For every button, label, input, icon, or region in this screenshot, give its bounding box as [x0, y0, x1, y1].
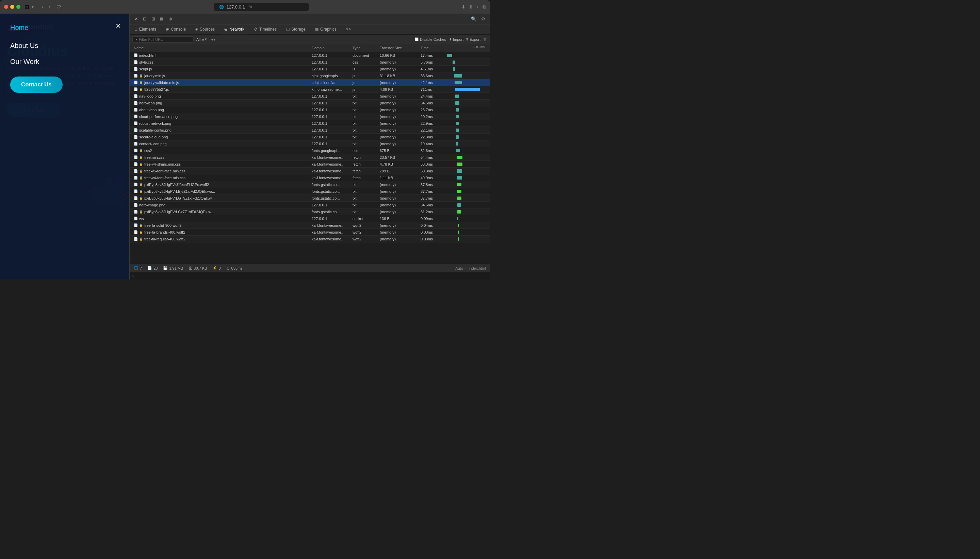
- file-name: pxiByp8kv8JHgFVrLGT9Z1xlFd2JQEk.w...: [144, 196, 215, 200]
- cell-type: txt: [351, 182, 378, 187]
- table-row[interactable]: 📄🔒pxiByp8kv8JHgFVrLEj6Z1xlFd2JQEk.wo...f…: [129, 188, 490, 195]
- filter-input[interactable]: ● Filter Full URL: [133, 36, 194, 43]
- cell-time: 32.6ms: [419, 148, 446, 153]
- disable-caches-checkbox[interactable]: [415, 37, 418, 41]
- table-row[interactable]: 📄nav-logo.png127.0.0.1txt(memory)24.4ms: [129, 93, 490, 99]
- table-row[interactable]: 📄about-icon.png127.0.0.1txt(memory)23.7m…: [129, 106, 490, 113]
- maximize-button[interactable]: [17, 5, 20, 9]
- filter-options-icon[interactable]: ●●: [211, 37, 216, 41]
- tab-elements[interactable]: ◻ Elements: [129, 25, 161, 34]
- dock-left-icon[interactable]: ⊡: [141, 15, 149, 23]
- cell-waterfall: [446, 60, 487, 65]
- nav-about-link[interactable]: About Us: [10, 42, 119, 50]
- table-row[interactable]: 📄ws127.0.0.1socket136 B0.09ms: [129, 215, 490, 222]
- tab-network[interactable]: ◎ Network: [219, 25, 249, 34]
- file-name: contact-icon.png: [139, 142, 167, 146]
- table-row[interactable]: 📄🔒css2fonts.googleapi...css675 B32.6ms: [129, 147, 490, 154]
- table-row[interactable]: 📄style.css127.0.0.1css(memory)5.76ms: [129, 59, 490, 66]
- cell-size: (memory): [378, 100, 419, 106]
- graphics-tab-label: Graphics: [320, 27, 337, 31]
- cell-type: woff2: [351, 230, 378, 235]
- tab-console[interactable]: ◉ Console: [161, 25, 191, 34]
- cell-waterfall: [446, 155, 487, 160]
- close-button[interactable]: [4, 5, 8, 9]
- table-row[interactable]: 📄robust-network.png127.0.0.1txt(memory)2…: [129, 120, 490, 127]
- table-row[interactable]: 📄script.js127.0.0.1js(memory)4.61ms: [129, 66, 490, 73]
- table-row[interactable]: 📄🔒pxiByp8kv8JHgFVrLCz7Z1xlFd2JQEk.w...fo…: [129, 208, 490, 215]
- table-row[interactable]: 📄🔒free-v4-font-face.min.csska-f.fontawes…: [129, 174, 490, 181]
- cell-name: 📄🔒free-v5-font-face.min.css: [133, 168, 310, 174]
- tab-storage[interactable]: ◫ Storage: [282, 25, 310, 34]
- file-type-icon: 📄: [134, 67, 138, 71]
- lock-icon: 🔒: [139, 237, 143, 241]
- forward-button[interactable]: ›: [47, 3, 53, 10]
- lock-icon: 🔒: [139, 197, 143, 200]
- table-row[interactable]: 📄🔒free-fa-solid-900.woff2ka-f.fontawesom…: [129, 222, 490, 229]
- import-button[interactable]: ⬇ Import: [449, 37, 463, 41]
- cell-waterfall: [446, 216, 487, 222]
- table-row[interactable]: 📄scalable-config.png127.0.0.1txt(memory)…: [129, 127, 490, 134]
- tab-more[interactable]: >>: [341, 25, 356, 34]
- file-name: robust-network.png: [139, 121, 171, 126]
- nav-home-link[interactable]: Home: [10, 24, 119, 31]
- table-row[interactable]: 📄🔒free-v4-shims.min.csska-f.fontawesome.…: [129, 161, 490, 168]
- close-devtools-icon[interactable]: ✕: [133, 15, 140, 23]
- tab-graphics[interactable]: ▦ Graphics: [310, 25, 341, 34]
- address-bar[interactable]: 🌐 127.0.0.1 ↻: [214, 3, 309, 11]
- cell-time: 0.03ms: [419, 230, 446, 235]
- cell-domain: 127.0.0.1: [310, 53, 351, 58]
- download-icon[interactable]: ⬇: [461, 4, 466, 10]
- file-name: pxiEyp8kv8JHgFVrJJfecnFHGPc.woff2: [144, 183, 209, 187]
- cell-domain: 127.0.0.1: [310, 66, 351, 72]
- network-table[interactable]: Name Domain Type Transfer Size Time 500.…: [129, 44, 490, 264]
- table-row[interactable]: 📄secure-cloud.png127.0.0.1txt(memory)22.…: [129, 134, 490, 141]
- network-tab-icon: ◎: [224, 27, 228, 31]
- table-row[interactable]: 📄🔒jquery.validate.min.jscdnjs.cloudflar.…: [129, 79, 490, 86]
- table-row[interactable]: 📄🔒jquery.min.jsajax.googleapis...js31.18…: [129, 73, 490, 79]
- disable-caches[interactable]: Disable Caches: [415, 37, 446, 41]
- share-icon[interactable]: ⬆: [469, 4, 473, 10]
- back-button[interactable]: ‹: [40, 3, 46, 10]
- cell-type: txt: [351, 100, 378, 106]
- table-row[interactable]: 📄cloud-performance.png127.0.0.1txt(memor…: [129, 113, 490, 120]
- tab-sources[interactable]: ◈ Sources: [191, 25, 219, 34]
- cell-waterfall: [446, 230, 487, 235]
- export-button[interactable]: ⬆ Export: [466, 37, 481, 41]
- table-row[interactable]: 📄🔒free-fa-regular-400.woff2ka-f.fontawes…: [129, 236, 490, 242]
- tabs-icon[interactable]: ⧉: [483, 4, 486, 10]
- table-row[interactable]: 📄hero-icon.png127.0.0.1txt(memory)34.5ms: [129, 99, 490, 106]
- element-picker-icon[interactable]: ⊕: [166, 15, 174, 23]
- new-tab-icon[interactable]: +: [476, 4, 479, 10]
- lock-icon: 🔒: [139, 169, 143, 173]
- filter-all-button[interactable]: All ▲▾: [196, 37, 207, 41]
- table-row[interactable]: 📄🔒free.min.csska-f.fontawesome...fetch23…: [129, 154, 490, 161]
- dock-right-icon[interactable]: ⊞: [149, 15, 157, 23]
- table-row[interactable]: 📄index.html127.0.0.1document10.66 KB17.4…: [129, 52, 490, 59]
- refresh-icon[interactable]: ↻: [249, 5, 252, 9]
- clear-button[interactable]: 🗑: [483, 37, 487, 42]
- table-row[interactable]: 📄hero-image.png127.0.0.1txt(memory)34.5m…: [129, 202, 490, 208]
- nav-contact-button[interactable]: Contact Us: [10, 76, 63, 93]
- export-label: Export: [469, 37, 481, 41]
- sidebar-toggle[interactable]: ⊞ ▼: [25, 4, 34, 10]
- nav-close-button[interactable]: ✕: [115, 22, 121, 30]
- table-row[interactable]: 📄🔒free-fa-brands-400.woff2ka-f.fontaweso…: [129, 229, 490, 236]
- cell-time: 53.3ms: [419, 162, 446, 167]
- file-name: style.css: [139, 60, 153, 64]
- table-row[interactable]: 📄🔒pxiByp8kv8JHgFVrLGT9Z1xlFd2JQEk.w...fo…: [129, 195, 490, 202]
- cell-type: txt: [351, 141, 378, 147]
- table-row[interactable]: 📄🔒pxiEyp8kv8JHgFVrJJfecnFHGPc.woff2fonts…: [129, 181, 490, 188]
- tab-timelines[interactable]: ⏱ Timelines: [249, 25, 282, 34]
- minimize-button[interactable]: [10, 5, 14, 9]
- table-row[interactable]: 📄🔒free-v5-font-face.min.csska-f.fontawes…: [129, 168, 490, 174]
- search-icon[interactable]: 🔍: [469, 15, 478, 23]
- table-row[interactable]: 📄🔒8258775b27.jskit.fontawesome...js4.09 …: [129, 86, 490, 93]
- status-errors: ⚡ 0: [212, 266, 221, 270]
- file-type-icon: 📄: [134, 210, 138, 213]
- file-name: free-fa-brands-400.woff2: [144, 230, 185, 234]
- table-row[interactable]: 📄contact-icon.png127.0.0.1txt(memory)19.…: [129, 141, 490, 147]
- settings-icon[interactable]: ⚙: [479, 15, 487, 23]
- nav-work-link[interactable]: Our Work: [10, 58, 119, 66]
- cell-time: 711ms: [419, 87, 446, 92]
- dock-separate-icon[interactable]: ⊠: [158, 15, 166, 23]
